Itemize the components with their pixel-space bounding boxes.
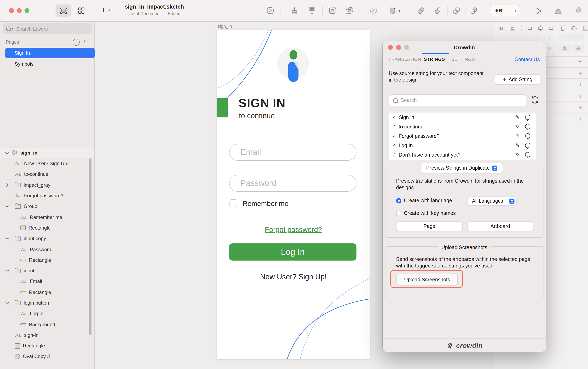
rotate-icon[interactable]: [369, 7, 378, 15]
minimize-button[interactable]: [17, 8, 22, 13]
add-style-icon[interactable]: +: [578, 70, 584, 77]
info-icon[interactable]: [525, 124, 530, 129]
string-row[interactable]: ✓ Log In ✎: [389, 141, 536, 150]
login-button[interactable]: Log In: [229, 243, 357, 260]
layer-row[interactable]: ❯ input copy: [0, 233, 94, 244]
create-with-language-radio[interactable]: [396, 198, 401, 203]
page-button[interactable]: Page: [396, 221, 463, 231]
contact-us-link[interactable]: Contact Us: [383, 57, 540, 62]
align-left-icon[interactable]: [526, 25, 533, 31]
remember-me-checkbox[interactable]: [230, 199, 237, 207]
dialog-titlebar[interactable]: Crowdin: [383, 41, 546, 53]
view-grid-button[interactable]: [74, 4, 88, 17]
layer-row[interactable]: ❯ Rectangle: [0, 340, 94, 351]
boolean-intersect-icon[interactable]: [452, 7, 461, 15]
info-icon[interactable]: [525, 143, 530, 148]
string-row[interactable]: ✓ Forgot password? ✎: [389, 131, 536, 141]
layer-row[interactable]: ❯ New User? Sign Up!: [0, 158, 94, 169]
preview-legend-dropdown[interactable]: Preview Strings in Duplicate: [420, 163, 503, 173]
chevron-down-icon[interactable]: ❯: [5, 151, 9, 154]
sidebar-scrollbar[interactable]: [89, 158, 92, 335]
language-dropdown[interactable]: All Languages: [468, 197, 516, 206]
edit-pencil-icon[interactable]: ✎: [515, 133, 520, 139]
layer-row[interactable]: ❯ Rectangle: [0, 255, 94, 265]
page-row[interactable]: Symbols: [5, 59, 95, 69]
edit-pencil-icon[interactable]: ✎: [515, 142, 520, 149]
distribute-horizontally-icon[interactable]: [499, 25, 505, 31]
scale-chevron-icon[interactable]: ▾: [399, 9, 400, 13]
string-row[interactable]: ✓ Don’t have an account yet? ✎: [389, 150, 536, 160]
forgot-password-link[interactable]: Forgot password?: [217, 226, 370, 234]
ungroup-icon[interactable]: [346, 7, 354, 15]
create-with-key-names-radio[interactable]: [396, 211, 401, 216]
string-row[interactable]: ✓ Sign in ✎: [389, 112, 536, 122]
layer-row[interactable]: ❯ Forgot password?: [0, 190, 94, 201]
layer-row[interactable]: ❯ Rectangle: [0, 223, 94, 233]
preview-play-icon[interactable]: [535, 7, 543, 15]
cloud-sync-icon[interactable]: [554, 7, 562, 16]
view-canvas-button[interactable]: [55, 4, 71, 17]
page-row[interactable]: Sign In: [5, 48, 95, 58]
align-top-icon[interactable]: [560, 25, 566, 31]
layer-chevron-icon[interactable]: ❯: [6, 269, 9, 272]
strings-search-input[interactable]: Search: [389, 94, 526, 106]
boolean-difference-icon[interactable]: [470, 7, 478, 15]
zoom-select[interactable]: 90% ▾: [490, 5, 520, 16]
rotation-field[interactable]: °: [559, 34, 584, 41]
boolean-union-icon[interactable]: [417, 7, 425, 15]
upload-screenshots-button[interactable]: Upload Screenshots: [397, 274, 458, 285]
layer-row[interactable]: ❯ to-continue: [0, 169, 94, 180]
fullscreen-button[interactable]: [24, 8, 29, 13]
layer-row[interactable]: ❯ input: [0, 265, 94, 276]
add-blur-icon[interactable]: +: [578, 115, 584, 122]
scale-icon[interactable]: [389, 7, 397, 15]
layer-chevron-icon[interactable]: ❯: [6, 205, 9, 208]
artboard-canvas-label[interactable]: sign_in: [218, 24, 232, 29]
search-layers-input[interactable]: ▾ Search Layers: [3, 23, 92, 34]
add-fill-icon[interactable]: +: [578, 81, 584, 88]
artboard-button[interactable]: Artboard: [467, 221, 533, 231]
layer-chevron-icon[interactable]: ❯: [6, 183, 9, 187]
password-field[interactable]: Password: [229, 175, 357, 192]
group-icon[interactable]: [328, 7, 336, 15]
boolean-subtract-icon[interactable]: [434, 7, 442, 15]
string-row[interactable]: ✓ to continue ✎: [389, 122, 536, 131]
layer-row[interactable]: ❯ Password: [0, 244, 94, 255]
section-chevron-icon[interactable]: ❯: [578, 60, 582, 63]
insert-shape-icon[interactable]: [266, 7, 274, 15]
align-right-icon[interactable]: [548, 25, 555, 31]
refresh-icon[interactable]: [530, 95, 539, 104]
distribute-vertically-icon[interactable]: [510, 25, 516, 31]
signup-text[interactable]: New User? Sign Up!: [217, 273, 370, 281]
edit-pencil-icon[interactable]: ✎: [515, 152, 520, 158]
info-icon[interactable]: [525, 133, 530, 139]
layer-row[interactable]: ❯ login button: [0, 298, 94, 309]
align-center-vertical-icon[interactable]: [571, 25, 577, 31]
more-distribute-options-icon[interactable]: ⋮: [519, 25, 524, 30]
align-bottom-icon[interactable]: [582, 25, 588, 31]
edit-pencil-icon[interactable]: ✎: [515, 114, 520, 120]
layer-row[interactable]: ❯ Remember me: [0, 212, 94, 223]
tidy-icon[interactable]: [308, 7, 316, 15]
distribute-vertical-icon[interactable]: [290, 7, 298, 15]
layer-row[interactable]: ❯ Oval Copy 3: [0, 351, 94, 362]
add-border-icon[interactable]: +: [578, 93, 584, 100]
close-button[interactable]: [9, 8, 14, 13]
layer-row[interactable]: ❯ Log In: [0, 308, 94, 319]
layer-chevron-icon[interactable]: ❯: [6, 301, 9, 305]
add-string-button[interactable]: + Add String: [495, 74, 540, 85]
notifications-bell-icon[interactable]: [575, 7, 583, 15]
layer-row[interactable]: ❯ Group: [0, 201, 94, 212]
layer-row[interactable]: ❯ Email: [0, 276, 94, 287]
layer-chevron-icon[interactable]: ❯: [6, 237, 9, 240]
artboard[interactable]: SIGN IN to continue Email Password Remem…: [217, 30, 370, 359]
flip-horizontal-button[interactable]: [559, 45, 570, 52]
add-page-icon[interactable]: +: [73, 39, 80, 46]
info-icon[interactable]: [525, 152, 530, 158]
align-center-horizontal-icon[interactable]: [537, 25, 544, 31]
flip-vertical-button[interactable]: [572, 45, 584, 52]
info-icon[interactable]: [525, 115, 530, 120]
layer-row[interactable]: ❯ Background: [0, 319, 94, 330]
artboard-tree-header[interactable]: ❯ sign_in: [0, 148, 94, 158]
layer-row[interactable]: ❯ impact_gray: [0, 180, 94, 190]
